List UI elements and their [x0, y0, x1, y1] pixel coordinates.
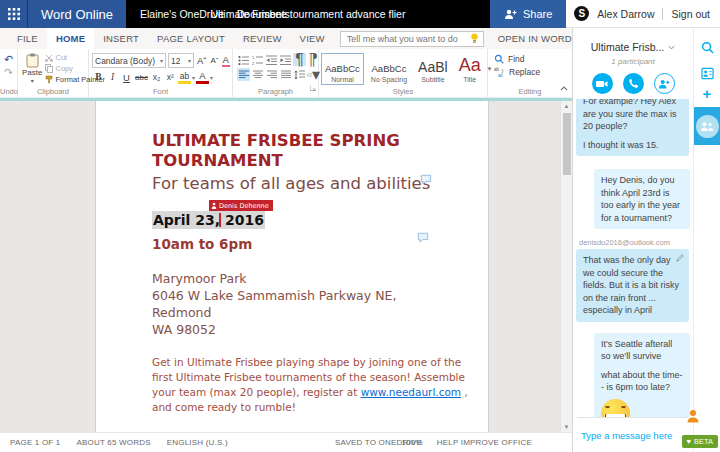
numbering-button[interactable]: 12	[251, 53, 264, 66]
clear-formatting-button[interactable]: A⁠⁠	[222, 54, 230, 67]
scroll-thumb[interactable]	[563, 113, 571, 175]
subscript-button[interactable]: x₂	[150, 71, 163, 84]
highlight-dropdown-caret[interactable]: ▾	[192, 74, 195, 81]
comment-bubble-icon-1[interactable]	[420, 170, 432, 189]
shrink-font-button[interactable]: Aˇ	[210, 56, 220, 65]
paste-button[interactable]: Paste ▾	[22, 52, 42, 84]
font-name-select[interactable]: Candara (Body)▾	[92, 53, 166, 68]
doc-date-selected[interactable]: April 23, 2016	[152, 211, 265, 229]
new-conversation-icon[interactable]: +	[703, 86, 712, 101]
language-selector[interactable]: ENGLISH (U.S.)	[167, 438, 228, 447]
chat-input-row	[573, 418, 693, 452]
paste-dropdown-caret[interactable]: ▾	[31, 77, 34, 84]
superscript-button[interactable]: x²	[164, 71, 177, 84]
doc-heading[interactable]: ULTIMATE FRISBEE SPRING TOURNAMENT	[152, 131, 402, 171]
bold-button[interactable]: B	[92, 71, 105, 84]
doc-time[interactable]: 10am to 6pm	[152, 236, 454, 252]
increase-indent-button[interactable]	[279, 53, 292, 66]
align-left-button[interactable]	[237, 68, 250, 81]
add-participant-button[interactable]	[654, 73, 675, 94]
scroll-up-arrow[interactable]: ▲	[564, 101, 570, 111]
copy-icon	[45, 64, 53, 73]
video-call-button[interactable]	[592, 73, 613, 94]
justify-button[interactable]	[279, 68, 292, 81]
tab-home[interactable]: HOME	[47, 28, 94, 49]
style-no-spacing-preview: AaBbCc	[372, 64, 407, 74]
tab-file[interactable]: FILE	[8, 28, 47, 49]
align-right-button[interactable]	[265, 68, 278, 81]
help-improve-office-link[interactable]: HELP IMPROVE OFFICE	[437, 438, 532, 447]
ribbon: ↶ ↷ Undo Paste ▾ Cut Copy	[0, 49, 572, 98]
account-divider	[662, 8, 663, 20]
tab-page-layout[interactable]: PAGE LAYOUT	[148, 28, 234, 49]
skype-presence-icon[interactable]: S	[574, 6, 589, 21]
coauthor-flag[interactable]: Denis Dehenne	[209, 200, 273, 211]
document-canvas[interactable]: ULTIMATE FRISBEE SPRING TOURNAMENT For t…	[0, 101, 572, 432]
font-color-button[interactable]: A	[196, 71, 209, 84]
ribbon-tab-row: FILE HOME INSERT PAGE LAYOUT REVIEW VIEW…	[0, 28, 572, 49]
bullets-button[interactable]	[237, 53, 250, 66]
contacts-icon[interactable]	[701, 67, 714, 80]
highlight-color-button[interactable]: ab	[178, 71, 191, 84]
line-spacing-button[interactable]	[293, 68, 306, 81]
waffle-grid-icon	[8, 8, 20, 20]
font-size-select[interactable]: 12▾	[168, 53, 194, 68]
grow-font-button[interactable]: Aˆ	[196, 55, 208, 66]
document-page[interactable]: ULTIMATE FRISBEE SPRING TOURNAMENT For t…	[95, 101, 489, 432]
decrease-indent-button[interactable]	[265, 53, 278, 66]
doc-date-line[interactable]: Denis Dehenne April 23, 2016	[152, 210, 454, 229]
doc-body-paragraph[interactable]: Get in Ultimate Frisbee playing shape by…	[152, 355, 470, 415]
clipboard-group: Paste ▾ Cut Copy Format Painter	[18, 49, 89, 97]
paste-label: Paste	[22, 68, 42, 77]
status-bar: PAGE 1 OF 1 ABOUT 65 WORDS ENGLISH (U.S.…	[0, 432, 572, 452]
sign-out-link[interactable]: Sign out	[671, 8, 710, 20]
app-launcher-icon[interactable]	[0, 0, 28, 28]
breadcrumb-folder[interactable]: Documents	[237, 8, 290, 20]
search-icon[interactable]	[701, 41, 714, 54]
tab-view[interactable]: VIEW	[291, 28, 334, 49]
beta-label: BETA	[694, 437, 713, 446]
doc-subtitle[interactable]: For teams of all ages and abilities	[152, 174, 454, 194]
tab-insert[interactable]: INSERT	[94, 28, 148, 49]
active-conversation-tile[interactable]	[694, 107, 720, 145]
doc-hyperlink[interactable]: www.needaurl.com	[361, 386, 461, 398]
comment-bubble-icon-2[interactable]	[417, 228, 429, 247]
open-in-word-button[interactable]: OPEN IN WORD	[498, 33, 572, 44]
app-title[interactable]: Word Online	[28, 0, 126, 28]
document-scrollbar[interactable]: ▲ ▼	[560, 101, 572, 432]
align-center-button[interactable]	[251, 68, 264, 81]
svg-text:2: 2	[252, 60, 255, 65]
find-button[interactable]: Find	[494, 54, 525, 64]
edit-message-pencil-icon[interactable]	[676, 253, 684, 266]
top-bar: Word Online Elaine's OneDrive › Document…	[0, 0, 720, 28]
strikethrough-button[interactable]: abc	[134, 71, 149, 84]
lightbulb-icon	[470, 33, 479, 44]
message-list[interactable]: For example? Hey Alex are you sure the m…	[573, 99, 693, 417]
scroll-down-arrow[interactable]: ▼	[564, 422, 570, 432]
word-count[interactable]: ABOUT 65 WORDS	[77, 438, 151, 447]
voice-call-button[interactable]	[623, 73, 644, 94]
user-name[interactable]: Alex Darrow	[597, 8, 654, 20]
font-color-dropdown-caret[interactable]: ▾	[210, 74, 213, 81]
breadcrumb-root[interactable]: Elaine's OneDrive	[140, 8, 224, 20]
style-title[interactable]: Aa Title	[455, 53, 485, 85]
collapse-ribbon-button[interactable]	[560, 77, 568, 95]
coauthor-flag-person-icon	[211, 202, 217, 209]
undo-button[interactable]: ↶	[4, 53, 13, 66]
doc-address[interactable]: Marymoor Park 6046 W Lake Sammamish Park…	[152, 270, 454, 338]
style-subtitle[interactable]: AaBl Subtitle	[414, 53, 452, 85]
style-no-spacing[interactable]: AaBbCc No Spacing	[367, 53, 411, 85]
italic-button[interactable]: I	[106, 71, 119, 84]
ltr-direction-button[interactable]: ¶	[293, 53, 306, 66]
conversation-title-dropdown[interactable]: Ultimate Frisb...	[591, 41, 676, 53]
share-button[interactable]: Share	[490, 0, 566, 28]
redo-button[interactable]: ↷	[4, 66, 13, 79]
replace-button[interactable]: abac Replace	[494, 67, 540, 77]
style-normal[interactable]: AaBbCc Normal	[321, 53, 364, 85]
presence-contact-icon[interactable]	[686, 409, 700, 427]
underline-button[interactable]: U	[120, 71, 133, 84]
breadcrumb[interactable]: Elaine's OneDrive › Documents	[140, 8, 290, 20]
tell-me-input[interactable]	[345, 33, 466, 45]
tab-review[interactable]: REVIEW	[234, 28, 291, 49]
tell-me-box[interactable]	[340, 31, 484, 47]
